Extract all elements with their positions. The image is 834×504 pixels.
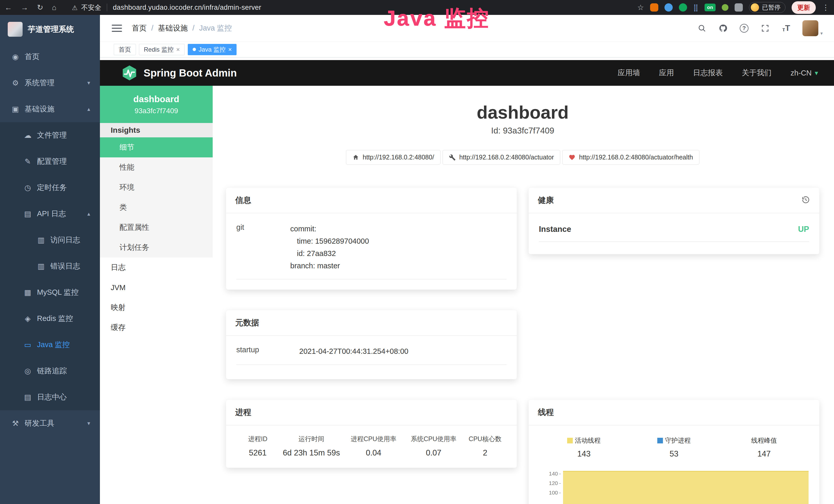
git-commit-line: commit: bbox=[290, 223, 369, 235]
sidebar-item-java-monitor[interactable]: ▭ Java 监控 bbox=[0, 332, 100, 358]
tab-java-monitor[interactable]: Java 监控 bbox=[188, 44, 237, 55]
search-icon[interactable] bbox=[697, 23, 707, 33]
actuator-url-link[interactable]: http://192.168.0.2:48080/actuator bbox=[443, 150, 560, 165]
app-title: 芋道管理系统 bbox=[28, 24, 74, 35]
sidebar-item-file-management[interactable]: ☁ 文件管理 bbox=[0, 122, 100, 148]
sba-item-jvm[interactable]: JVM bbox=[100, 278, 213, 298]
extension-icon-4[interactable] bbox=[722, 4, 728, 11]
sba-section-insights: Insights bbox=[100, 123, 213, 137]
legend-label: 守护进程 bbox=[665, 436, 691, 445]
breadcrumb-home[interactable]: 首页 bbox=[132, 23, 147, 33]
stat-label: 运行时间 bbox=[279, 435, 344, 443]
sidebar-item-home[interactable]: ◉ 首页 bbox=[0, 44, 100, 70]
sba-item-classes[interactable]: 类 bbox=[100, 198, 213, 217]
sidebar-item-mysql-monitor[interactable]: ▦ MySQL 监控 bbox=[0, 279, 100, 305]
sidebar-item-config-management[interactable]: ✎ 配置管理 bbox=[0, 148, 100, 175]
close-icon[interactable] bbox=[176, 46, 180, 53]
sidebar-item-error-logs[interactable]: ▥ 错误日志 bbox=[0, 253, 100, 279]
url-text[interactable]: dashboard.yudao.iocoder.cn/infra/admin-s… bbox=[113, 4, 261, 12]
back-icon[interactable] bbox=[5, 4, 12, 11]
process-card: 进程 进程ID 5261 运行时间 bbox=[226, 400, 517, 468]
address-bar[interactable]: 不安全 dashboard.yudao.iocoder.cn/infra/adm… bbox=[72, 3, 261, 12]
git-time-line: time: 1596289704000 bbox=[290, 235, 369, 247]
card-title: 信息 bbox=[235, 195, 251, 206]
legend-swatch-blue bbox=[657, 438, 663, 443]
health-url-link[interactable]: http://192.168.0.2:48080/actuator/health bbox=[562, 150, 699, 165]
sba-brand[interactable]: Spring Boot Admin bbox=[122, 65, 237, 81]
sidebar-item-api-logs[interactable]: ▤ API 日志 ▴ bbox=[0, 201, 100, 227]
tab-redis-monitor[interactable]: Redis 监控 bbox=[139, 44, 185, 55]
hamburger-icon[interactable] bbox=[112, 25, 122, 32]
service-url-link[interactable]: http://192.168.0.2:48080/ bbox=[346, 150, 440, 165]
security-label[interactable]: 不安全 bbox=[81, 3, 101, 12]
history-icon[interactable] bbox=[802, 196, 810, 205]
extension-on-badge[interactable]: on bbox=[705, 4, 716, 11]
extension-icon-1[interactable] bbox=[650, 3, 658, 12]
sidebar-item-log-center[interactable]: ▤ 日志中心 bbox=[0, 384, 100, 410]
sba-item-environment[interactable]: 环境 bbox=[100, 177, 213, 198]
sba-item-config-props[interactable]: 配置属性 bbox=[100, 217, 213, 237]
card-title: 线程 bbox=[538, 407, 554, 418]
legend-peak-threads: 线程峰值 147 bbox=[719, 436, 809, 459]
extensions-grid-icon[interactable] bbox=[693, 4, 698, 11]
sidebar-item-redis-monitor[interactable]: ◈ Redis 监控 bbox=[0, 305, 100, 332]
avatar[interactable] bbox=[803, 20, 818, 36]
reload-icon[interactable] bbox=[37, 4, 43, 11]
sba-item-details[interactable]: 细节 bbox=[100, 137, 213, 157]
legend-value: 143 bbox=[539, 449, 629, 459]
home-icon[interactable] bbox=[52, 4, 57, 11]
sidebar-item-system-management[interactable]: ⚙ 系统管理 ▾ bbox=[0, 70, 100, 96]
sba-nav: 应用墙 应用 日志报表 关于我们 zh-CN bbox=[618, 68, 818, 78]
profile-paused-badge[interactable]: 已暂停 bbox=[749, 2, 786, 13]
sidebar-item-trace[interactable]: ◎ 链路追踪 bbox=[0, 358, 100, 384]
app-logo[interactable]: 芋道管理系统 bbox=[0, 15, 100, 44]
extension-icon-2[interactable] bbox=[664, 3, 673, 12]
update-button[interactable]: 更新 bbox=[792, 1, 816, 14]
sba-item-scheduled[interactable]: 计划任务 bbox=[100, 237, 213, 257]
metadata-row-startup: startup 2021-04-27T00:44:31.254+08:00 bbox=[236, 345, 506, 365]
sidebar-item-label: 研发工具 bbox=[25, 418, 54, 429]
sba-item-performance[interactable]: 性能 bbox=[100, 157, 213, 177]
card-title: 健康 bbox=[538, 195, 554, 206]
sidebar-item-scheduled-tasks[interactable]: ◷ 定时任务 bbox=[0, 175, 100, 201]
github-icon[interactable] bbox=[718, 23, 728, 33]
home-icon bbox=[352, 154, 359, 161]
log-center-icon: ▤ bbox=[22, 393, 34, 402]
help-icon[interactable] bbox=[739, 23, 749, 33]
forward-icon[interactable] bbox=[21, 4, 28, 11]
sidebar-item-dev-tools[interactable]: ⚒ 研发工具 ▾ bbox=[0, 410, 100, 436]
y-tick: 120 bbox=[539, 478, 562, 488]
threads-legend: 活动线程 143 守护进程 53 线程峰值 bbox=[539, 436, 809, 459]
warning-icon bbox=[72, 4, 78, 11]
sba-app-header[interactable]: dashboard 93a3fc7f7409 bbox=[100, 86, 213, 123]
sba-item-caches[interactable]: 缓存 bbox=[100, 318, 213, 338]
puzzle-icon[interactable] bbox=[734, 3, 743, 12]
database-icon: ▦ bbox=[22, 288, 34, 297]
breadcrumb-infrastructure[interactable]: 基础设施 bbox=[158, 23, 188, 33]
extension-icon-3[interactable] bbox=[679, 3, 687, 12]
close-icon[interactable] bbox=[228, 46, 232, 53]
sba-item-logs[interactable]: 日志 bbox=[100, 257, 213, 278]
cloud-icon: ☁ bbox=[22, 131, 34, 140]
sba-item-mappings[interactable]: 映射 bbox=[100, 298, 213, 318]
sba-app-name: dashboard bbox=[133, 94, 179, 104]
tab-home[interactable]: 首页 bbox=[114, 44, 136, 55]
menu-kebab-icon[interactable] bbox=[822, 4, 829, 11]
user-menu[interactable] bbox=[803, 20, 823, 36]
sba-language-select[interactable]: zh-CN bbox=[791, 69, 818, 77]
sba-nav-wallboard[interactable]: 应用墙 bbox=[618, 68, 640, 78]
font-size-icon[interactable] bbox=[781, 23, 791, 33]
row-value: 2021-04-27T00:44:31.254+08:00 bbox=[299, 345, 409, 358]
sba-nav-about[interactable]: 关于我们 bbox=[742, 68, 772, 78]
sba-nav-journal[interactable]: 日志报表 bbox=[693, 68, 723, 78]
fullscreen-icon[interactable] bbox=[760, 23, 770, 33]
eye-icon: ◎ bbox=[22, 367, 34, 375]
gear-icon: ⚙ bbox=[10, 78, 21, 87]
sba-nav-applications[interactable]: 应用 bbox=[659, 68, 674, 78]
legend-swatch-yellow bbox=[567, 438, 573, 443]
sidebar-item-infrastructure[interactable]: ▣ 基础设施 ▴ bbox=[0, 96, 100, 122]
sidebar-item-label: 定时任务 bbox=[37, 183, 67, 193]
log-icon: ▥ bbox=[36, 262, 47, 271]
bookmark-star-icon[interactable] bbox=[637, 4, 644, 11]
sidebar-item-access-logs[interactable]: ▥ 访问日志 bbox=[0, 227, 100, 253]
